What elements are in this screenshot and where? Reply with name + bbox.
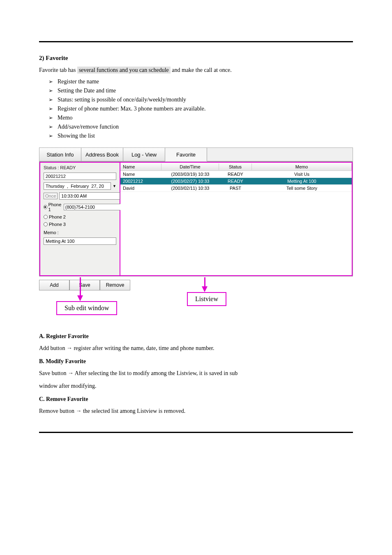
subhead-a: A. Register Favorite	[39, 333, 353, 340]
col-header-name[interactable]: Name	[120, 164, 161, 170]
tab-station-info[interactable]: Station Info	[39, 148, 81, 161]
phone3-label: Phone 3	[49, 222, 66, 227]
bottom-rule	[39, 432, 353, 433]
c-suffix: the selected list among Listview is remo…	[81, 408, 185, 414]
bullet-item: Setting the Date and time	[58, 88, 353, 94]
sub-edit-window: Status : READY ▼ Once ▲▼ Phone 1	[39, 162, 120, 276]
phone3-radio[interactable]: Phone 3	[44, 222, 116, 227]
col-header-status[interactable]: Status	[219, 164, 252, 170]
arrow-stem	[204, 277, 205, 287]
tab-favorite[interactable]: Favorite	[165, 148, 207, 161]
a-suffix: register after writing the name, date, t…	[72, 345, 214, 351]
name-input[interactable]	[44, 173, 116, 180]
list-row[interactable]: David (2003/02/11) 10:33 PAST Tell some …	[120, 185, 352, 192]
cell-dt: (2003/03/19) 10:33	[161, 171, 219, 177]
ui-screenshot: Station Info Address Book Log - View Fav…	[39, 147, 353, 290]
bullet-item: Add/save/remove function	[58, 124, 353, 130]
cell-name: 20021212	[120, 178, 161, 184]
phone2-label: Phone 2	[49, 214, 66, 219]
tab-log-view[interactable]: Log - View	[123, 148, 165, 161]
intro-prefix: Favorite tab has	[39, 67, 77, 73]
cell-dt: (2003/02/27) 10:33	[161, 178, 219, 184]
remove-button[interactable]: Remove	[100, 280, 130, 290]
bullet-item: Register of phone number: Max. 3 phone n…	[58, 106, 353, 112]
cell-status: PAST	[219, 185, 252, 191]
list-row[interactable]: 20021212 (2003/02/27) 10:33 READY Mettin…	[120, 178, 352, 185]
a-prefix: Add button	[39, 345, 67, 351]
listview-header: Name Date/Time Status Memo	[120, 163, 352, 171]
b-prefix: Save button	[39, 370, 68, 376]
bullet-item: Status: setting is possible of once/dail…	[58, 97, 353, 103]
list-row[interactable]: Name (2003/03/19) 10:33 READY Visit Us	[120, 171, 352, 178]
para-a: Add button → register after writing the …	[39, 344, 353, 352]
cell-memo: Tell some Story	[252, 185, 352, 191]
dropdown-icon[interactable]: ▼	[113, 184, 116, 188]
panel-body: Status : READY ▼ Once ▲▼ Phone 1	[39, 161, 353, 276]
phone1-radio[interactable]: Phone 1	[44, 202, 62, 212]
tab-strip: Station Info Address Book Log - View Fav…	[39, 147, 353, 161]
listview-pane: Name Date/Time Status Memo Name (2003/03…	[120, 162, 353, 276]
status-label: Status : READY	[44, 165, 116, 170]
arrow-right-icon: →	[76, 408, 81, 414]
callout-listview: Listview	[187, 292, 226, 306]
cell-status: READY	[219, 171, 252, 177]
col-header-memo[interactable]: Memo	[252, 164, 352, 170]
listview[interactable]: Name Date/Time Status Memo Name (2003/03…	[120, 163, 352, 275]
phone1-label: Phone 1	[48, 202, 62, 212]
col-header-datetime[interactable]: Date/Time	[161, 164, 219, 170]
arrow-right-icon: →	[67, 345, 72, 351]
date-picker[interactable]	[44, 182, 111, 190]
arrow-down-icon	[202, 286, 208, 292]
cell-name: Name	[120, 171, 161, 177]
radio-icon	[44, 222, 48, 226]
cell-memo: Metting At 100	[252, 178, 352, 184]
radio-checked-icon	[44, 205, 47, 209]
feature-bullets: Register the name Setting the Date and t…	[58, 78, 353, 139]
intro-highlight: several functions and you can schedule	[77, 67, 171, 74]
cell-status: READY	[219, 178, 252, 184]
bullet-item: Memo	[58, 115, 353, 121]
arrow-stem	[80, 277, 81, 296]
phone2-radio[interactable]: Phone 2	[44, 214, 116, 219]
intro-suffix: and make the call at once.	[171, 67, 232, 73]
para-c: Remove button → the selected list among …	[39, 407, 353, 415]
add-button[interactable]: Add	[39, 280, 69, 290]
memo-input[interactable]	[44, 237, 116, 245]
arrow-down-icon	[77, 295, 83, 301]
cell-memo: Visit Us	[252, 171, 352, 177]
repeat-select[interactable]: Once	[44, 193, 58, 199]
callout-sub-edit: Sub edit window	[56, 301, 117, 315]
tabs-filler	[207, 148, 353, 161]
c-prefix: Remove button	[39, 408, 76, 414]
top-rule	[39, 41, 353, 42]
para-b2: window after modifying.	[39, 382, 353, 390]
cell-name: David	[120, 185, 161, 191]
section-number-title: 2) Favorite	[39, 55, 353, 62]
b-suffix: After selecting the list to modify among…	[74, 370, 238, 376]
tab-address-book[interactable]: Address Book	[81, 148, 123, 161]
cell-dt: (2003/02/11) 10:33	[161, 185, 219, 191]
memo-label: Memo :	[44, 230, 116, 235]
intro-paragraph: Favorite tab has several functions and y…	[39, 66, 353, 74]
arrow-right-icon: →	[68, 370, 74, 376]
subhead-c: C. Remove Favorite	[39, 396, 353, 403]
button-row: Add Save Remove	[39, 280, 353, 290]
subhead-b: B. Modify Favorite	[39, 358, 353, 365]
time-input[interactable]	[59, 192, 120, 200]
bullet-item: Register the name	[58, 78, 353, 85]
para-b1: Save button → After selecting the list t…	[39, 369, 353, 378]
bullet-item: Showing the list	[58, 133, 353, 139]
save-button[interactable]: Save	[69, 280, 100, 290]
phone1-input[interactable]	[64, 204, 124, 210]
radio-icon	[44, 215, 48, 219]
